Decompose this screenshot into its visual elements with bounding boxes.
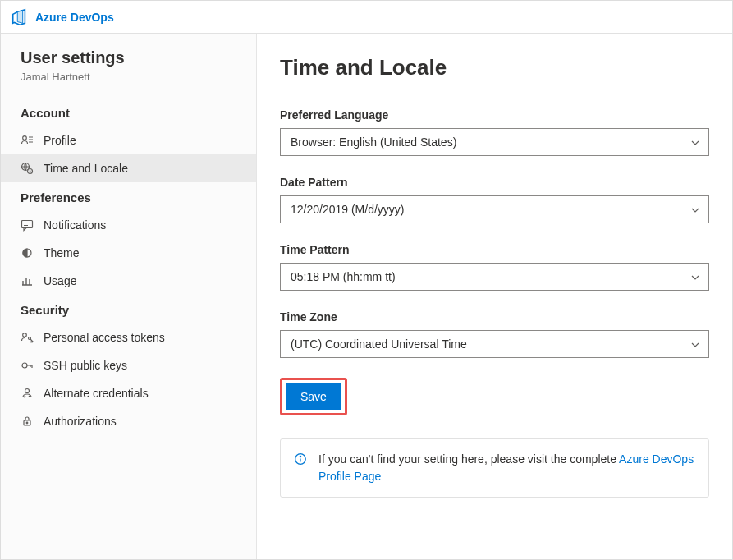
- sidebar-item-label: Profile: [44, 134, 76, 147]
- sidebar-user: Jamal Hartnett: [1, 71, 256, 98]
- sidebar-item-alternate-credentials[interactable]: Alternate credentials: [1, 379, 256, 407]
- header-bar: Azure DevOps: [1, 1, 732, 34]
- credentials-icon: [21, 387, 34, 400]
- sidebar-item-authorizations[interactable]: Authorizations: [1, 407, 256, 435]
- sidebar-item-label: Personal access tokens: [44, 331, 165, 344]
- profile-icon: [21, 134, 34, 147]
- sidebar-item-profile[interactable]: Profile: [1, 126, 256, 154]
- field-time-pattern: Time Pattern 05:18 PM (hh:mm tt): [280, 243, 709, 291]
- date-pattern-dropdown[interactable]: 12/20/2019 (M/d/yyyy): [280, 195, 709, 223]
- theme-icon: [21, 246, 34, 259]
- sidebar-item-label: Theme: [44, 246, 80, 259]
- section-header-security: Security: [1, 295, 256, 324]
- field-language: Preferred Language Browser: English (Uni…: [280, 108, 709, 156]
- sidebar-item-theme[interactable]: Theme: [1, 239, 256, 267]
- chevron-down-icon: [690, 204, 700, 214]
- sidebar-item-label: Authorizations: [44, 415, 117, 428]
- sidebar-item-label: Notifications: [44, 218, 106, 232]
- svg-point-12: [300, 456, 300, 457]
- sidebar-item-personal-access-tokens[interactable]: Personal access tokens: [1, 324, 256, 351]
- time-pattern-dropdown[interactable]: 05:18 PM (hh:mm tt): [280, 263, 709, 291]
- section-header-account: Account: [1, 98, 256, 126]
- save-button[interactable]: Save: [286, 383, 341, 410]
- info-box: If you can't find your setting here, ple…: [280, 438, 709, 498]
- dropdown-value: 12/20/2019 (M/d/yyyy): [291, 203, 405, 216]
- sidebar: User settings Jamal Hartnett Account Pro…: [1, 34, 257, 559]
- info-text-before: If you can't find your setting here, ple…: [318, 452, 619, 466]
- chevron-down-icon: [690, 272, 700, 282]
- field-label: Preferred Language: [280, 108, 709, 122]
- globe-icon: [21, 162, 34, 175]
- time-zone-dropdown[interactable]: (UTC) Coordinated Universal Time: [280, 330, 709, 358]
- dropdown-value: Browser: English (United States): [291, 135, 456, 149]
- lock-icon: [21, 415, 34, 428]
- svg-point-5: [23, 333, 27, 337]
- svg-point-7: [22, 363, 27, 368]
- chat-icon: [21, 218, 34, 232]
- sidebar-item-notifications[interactable]: Notifications: [1, 211, 256, 239]
- field-date-pattern: Date Pattern 12/20/2019 (M/d/yyyy): [280, 176, 709, 223]
- svg-point-0: [23, 136, 27, 140]
- chevron-down-icon: [690, 339, 700, 349]
- svg-rect-3: [22, 221, 33, 228]
- sidebar-item-label: Usage: [44, 274, 76, 287]
- save-highlight: Save: [280, 378, 347, 415]
- language-dropdown[interactable]: Browser: English (United States): [280, 128, 709, 156]
- sidebar-item-time-and-locale[interactable]: Time and Locale: [1, 154, 256, 182]
- person-key-icon: [21, 331, 34, 344]
- info-icon: [294, 452, 307, 466]
- azure-devops-icon: [11, 8, 29, 26]
- page-title: Time and Locale: [280, 55, 709, 80]
- section-header-preferences: Preferences: [1, 182, 256, 211]
- brand-text[interactable]: Azure DevOps: [35, 11, 114, 24]
- dropdown-value: 05:18 PM (hh:mm tt): [291, 270, 396, 283]
- info-text: If you can't find your setting here, ple…: [318, 451, 695, 485]
- svg-point-8: [25, 389, 30, 393]
- svg-point-10: [26, 422, 28, 424]
- content: Time and Locale Preferred Language Brows…: [257, 34, 732, 559]
- sidebar-item-label: Time and Locale: [44, 162, 128, 175]
- field-label: Time Pattern: [280, 243, 709, 256]
- key-icon: [21, 359, 34, 372]
- sidebar-item-ssh-public-keys[interactable]: SSH public keys: [1, 351, 256, 379]
- field-label: Time Zone: [280, 310, 709, 324]
- bar-chart-icon: [21, 274, 34, 287]
- sidebar-item-label: Alternate credentials: [44, 387, 149, 400]
- field-time-zone: Time Zone (UTC) Coordinated Universal Ti…: [280, 310, 709, 358]
- chevron-down-icon: [690, 137, 700, 147]
- dropdown-value: (UTC) Coordinated Universal Time: [291, 337, 467, 351]
- sidebar-item-label: SSH public keys: [44, 359, 127, 372]
- sidebar-item-usage[interactable]: Usage: [1, 267, 256, 295]
- main: User settings Jamal Hartnett Account Pro…: [1, 34, 732, 559]
- field-label: Date Pattern: [280, 176, 709, 189]
- sidebar-title: User settings: [1, 48, 256, 71]
